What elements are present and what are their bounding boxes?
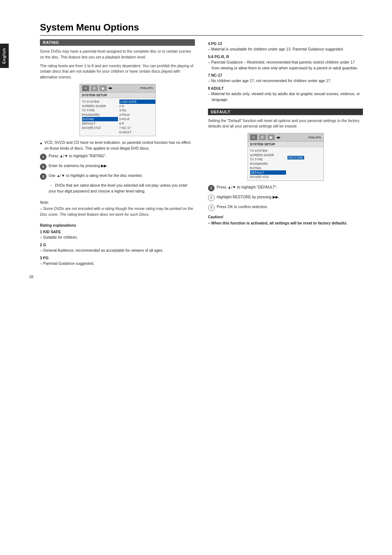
default-menu-default: DEFAULT — [250, 170, 286, 175]
step-3-text: Use ▲/▼ to highlight a rating level for … — [49, 173, 195, 179]
arrow-symbol: → — [49, 183, 53, 187]
bullet-dot: ● — [40, 141, 42, 146]
step-num-3: 3 — [40, 173, 46, 180]
rating-4-desc: – Material is unsuitable for children un… — [208, 46, 363, 52]
rating-intro-para2: The rating levels are from 1 to 8 and ar… — [40, 63, 195, 80]
main-content: RATING Some DVDs may have a parental lev… — [40, 39, 363, 268]
default-menu-tv-type: TV TYPE — [250, 157, 286, 162]
default-intro: Setting the "Default" function will rese… — [208, 118, 363, 130]
menu-right-1-kid-safe: 1 KID SAFE — [119, 100, 155, 104]
default-menu-left-items: TV SYSTEM SCREEN SAVER TV TYPE PASSWORD … — [248, 149, 286, 179]
default-section-header: DEFAULT — [208, 109, 363, 115]
menu-item-screen-saver: SCREEN SAVER — [82, 104, 118, 108]
default-step-2-text: Highlight RESTORE by pressing ▶▶. — [217, 194, 363, 200]
page-title: System Menu Options — [40, 22, 363, 36]
menu-right-items: 1 KID SAFE 2 G 3 PG 4 PG13 5 PG-R 6 R 7 … — [118, 100, 155, 134]
default-menu-volume: ◀▶ — [276, 136, 281, 139]
default-menu-divx: DIVX(R) VCD — [250, 175, 286, 179]
default-menu-screenshot: ✕ ⊞ ▣ ◀▶ PHILIPS SYSTEM SETUP TV SYSTEM … — [248, 133, 324, 181]
default-step-3: 3 Press OK to confirm selection. — [208, 204, 363, 211]
rating-7-title: 7 NC-17 — [208, 73, 363, 77]
note-text: – Some DVDs are not encoded with a ratin… — [40, 206, 195, 218]
bullet-vcd-item: ● VCD, SVCD and CD have no level indicat… — [40, 140, 195, 151]
rating-section-header: RATING — [40, 39, 195, 46]
menu-right-3pg: 3 PG — [119, 108, 155, 113]
default-menu-icon-disc: ▣ — [268, 134, 275, 140]
rating-menu-screenshot: ✕ ⊞ ▣ ◀▶ PHILIPS SYSTEM SETUP TV SYSTEM … — [79, 84, 156, 136]
menu-item-tv-system: TV SYSTEM — [82, 100, 118, 104]
rating-step-1: 1 Press ▲/▼ to highlight "RATING". — [40, 153, 195, 160]
default-step-3-text: Press OK to confirm selection. — [217, 204, 363, 210]
default-step-num-3: 3 — [208, 204, 215, 211]
menu-item-default-left: DEFAULT — [82, 121, 118, 126]
note-box: Note: – Some DVDs are not encoded with a… — [40, 198, 195, 220]
menu-icon-x: ✕ — [82, 85, 89, 91]
rating-2-title: 2 G — [40, 243, 195, 247]
caution-box: Caution! – When this function is activat… — [208, 215, 363, 226]
rating-step-2: 2 Enter its submenu by pressing ▶▶. — [40, 163, 195, 170]
left-column: RATING Some DVDs may have a parental lev… — [40, 39, 195, 268]
default-step-1-text: Press ▲/▼ to highlight "DEFAULT". — [217, 185, 363, 190]
caution-title: Caution! — [208, 215, 363, 219]
rating-7-desc: – No children under age 17; not recommen… — [208, 78, 363, 84]
menu-right-7nc17: 7 NC-17 — [119, 126, 155, 130]
menu-volume-icon: ◀▶ — [108, 86, 113, 90]
rating-56-desc: – Parental Guidance – Restricted; recomm… — [208, 60, 363, 71]
rating-3-title: 3 PG — [40, 256, 195, 260]
arrow-note: → DVDs that are rated above the level yo… — [49, 183, 195, 194]
rating-1-title: 1 KID SAFE — [40, 230, 195, 234]
menu-icon-grid: ⊞ — [91, 85, 98, 91]
default-menu-tv-system: TV SYSTEM — [250, 149, 286, 153]
rating-8-title: 8 ADULT — [208, 86, 363, 90]
menu-right-6r: 6 R — [119, 121, 155, 126]
step-num-2: 2 — [40, 163, 46, 170]
note-title: Note: — [40, 200, 195, 204]
rating-2-desc: – General Audience; recommended as accep… — [40, 248, 195, 254]
menu-title-left: SYSTEM SETUP — [80, 93, 155, 98]
rating-step-3: 3 Use ▲/▼ to highlight a rating level fo… — [40, 173, 195, 180]
menu-right-2g: 2 G — [119, 104, 155, 108]
menu-right-5pgr: 5 PG-R — [119, 117, 155, 121]
bullet-vcd-text: VCD, SVCD and CD have no level indicatio… — [44, 140, 195, 151]
arrow-note-text: DVDs that are rated above the level you … — [49, 183, 188, 193]
default-menu-screen-saver: SCREEN SAVER — [250, 153, 286, 157]
default-step-2: 2 Highlight RESTORE by pressing ▶▶. — [208, 194, 363, 201]
default-step-num-2: 2 — [208, 195, 215, 201]
default-menu-rating: RATING — [250, 166, 286, 170]
default-menu-password: PASSWORD — [250, 162, 286, 166]
default-menu-icon-x: ✕ — [250, 134, 257, 140]
menu-item-password: PASSWORD — [82, 113, 118, 117]
rating-56-title: 5-6 PG-R, R — [208, 54, 363, 59]
menu-brand-left: PHILIPS — [140, 86, 153, 90]
menu-item-divx: DIVX(R) VCD — [82, 126, 118, 130]
menu-left-items: TV SYSTEM SCREEN SAVER TV TYPE PASSWORD … — [80, 100, 118, 134]
menu-icon-disc: ▣ — [99, 85, 107, 91]
rating-4-title: 4 PG 13 — [208, 41, 363, 46]
rating-8-desc: – Material for adults only; viewed only … — [208, 91, 363, 103]
restore-highlight: RESTORE — [287, 156, 305, 159]
rating-intro-para1: Some DVDs may have a parental level assi… — [40, 49, 195, 60]
menu-right-4pg13: 4 PG13 — [119, 113, 155, 117]
rating-3-desc: – Parental Guidance suggested. — [40, 261, 195, 267]
step-num-1: 1 — [40, 154, 46, 160]
default-step-num-1: 1 — [208, 185, 215, 191]
rating-1-desc: – Suitable for children. — [40, 235, 195, 240]
step-1-text: Press ▲/▼ to highlight "RATING". — [49, 153, 195, 159]
default-menu-title: SYSTEM SETUP — [248, 142, 323, 147]
menu-item-tv-type: TV TYPE — [82, 108, 118, 113]
default-menu-right: RESTORE — [286, 149, 323, 179]
menu-item-rating: RATING — [82, 117, 118, 121]
step-2-text: Enter its submenu by pressing ▶▶. — [49, 163, 195, 169]
right-column: 4 PG 13 – Material is unsuitable for chi… — [208, 39, 363, 268]
default-menu-icon-grid: ⊞ — [259, 134, 266, 140]
default-menu-brand: PHILIPS — [309, 136, 321, 139]
default-step-1: 1 Press ▲/▼ to highlight "DEFAULT". — [208, 185, 363, 191]
menu-right-8adult: 8 ADULT — [119, 130, 155, 134]
caution-text: – When this function is activated, all s… — [208, 220, 363, 226]
page-number: 28 — [29, 275, 33, 279]
rating-exp-title: Rating explanations — [40, 223, 195, 227]
